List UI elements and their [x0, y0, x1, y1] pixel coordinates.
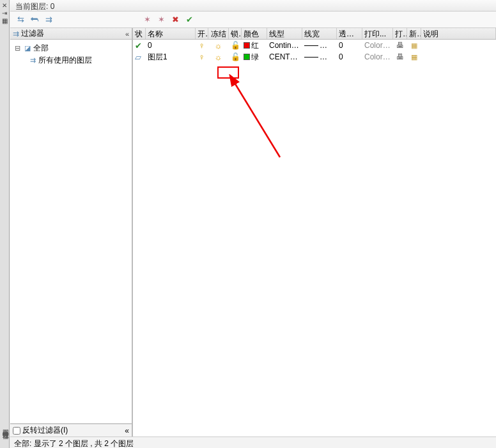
title-prefix: 当前图层: [15, 2, 50, 11]
dock-title: 图层特性管理器 [1, 424, 10, 429]
layers-panel: 状 名称 开. 冻结 锁. 颜色 线型 线宽 透明度 打印... 打. 新. 说… [133, 28, 496, 436]
layers-header-row: 状 名称 开. 冻结 锁. 颜色 线型 线宽 透明度 打印... 打. 新. 说… [133, 28, 496, 40]
sun-thaw-icon[interactable]: ☼ [215, 52, 222, 62]
toolbar-group-filter: ⇆ ⮪ ⇉ [15, 15, 54, 25]
layer-linetype-cell[interactable]: CENTE... [267, 52, 302, 62]
filter-header: ⇉ 过滤器 « [10, 28, 132, 40]
lightbulb-on-icon[interactable]: ♀ [199, 52, 205, 62]
toolbar: ⇆ ⮪ ⇉ ✶ ✶ ✖ ✔ [10, 12, 496, 28]
column-description[interactable]: 说明 [421, 28, 496, 39]
layer-lineweight-cell[interactable]: 默认 [302, 51, 337, 63]
invert-filter-text: 反转过滤器(I) [22, 425, 68, 436]
title-bar: 当前图层: 0 [10, 0, 496, 12]
filter-panel: ⇉ 过滤器 « ⊟ ◪ 全部 ⇉ 所有使用的图层 反转过滤 [10, 28, 133, 436]
tree-node-label: 所有使用的图层 [38, 55, 92, 66]
invert-filter-checkbox-label[interactable]: 反转过滤器(I) [13, 425, 68, 436]
new-vp-freeze-icon[interactable]: ▦ [411, 42, 417, 49]
filter-title: 过滤器 [21, 28, 44, 39]
column-state[interactable]: 状 [133, 28, 146, 39]
new-property-filter-icon[interactable]: ⮪ [29, 15, 40, 25]
layer-color-cell[interactable]: 红 [242, 40, 267, 52]
toolbar-group-layer: ✶ ✶ ✖ ✔ [142, 15, 194, 25]
layer-linetype-cell[interactable]: Continu... [267, 40, 302, 50]
column-name[interactable]: 名称 [146, 28, 196, 39]
layer-manager-panel: 当前图层: 0 ⇆ ⮪ ⇉ ✶ ✶ ✖ ✔ ⇉ 过滤器 « [10, 0, 496, 448]
filter-tree[interactable]: ⊟ ◪ 全部 ⇉ 所有使用的图层 [10, 40, 132, 424]
new-layer-vp-frozen-icon[interactable]: ✶ [156, 15, 166, 25]
layer-plotstyle-cell[interactable]: Color_3 [362, 52, 393, 62]
dock-close-icon[interactable]: ✕ [2, 2, 7, 10]
sun-thaw-icon[interactable]: ☼ [215, 41, 222, 50]
delete-layer-icon[interactable]: ✖ [170, 15, 180, 25]
tree-node-used[interactable]: ⇉ 所有使用的图层 [13, 54, 129, 66]
current-layer-check-icon: ✔ [135, 41, 142, 50]
column-transparency[interactable]: 透明度 [337, 28, 362, 39]
new-group-filter-icon[interactable]: ⇆ [15, 15, 26, 25]
column-color[interactable]: 颜色 [242, 28, 267, 39]
layer-description-cell[interactable] [421, 45, 496, 46]
layer-description-cell[interactable] [421, 56, 496, 58]
layer-plotstyle-cell[interactable]: Color_1 [362, 40, 393, 50]
main-area: ⇉ 过滤器 « ⊟ ◪ 全部 ⇉ 所有使用的图层 反转过滤 [10, 28, 496, 436]
lock-open-icon[interactable]: 🔓 [231, 52, 242, 61]
dock-edge: ✕ ⇥ ▦ 图层特性管理器 [0, 0, 10, 448]
tree-expand-icon[interactable]: ⊟ [13, 44, 22, 52]
layer-name-cell[interactable]: 0 [146, 40, 196, 50]
printer-icon[interactable]: 🖶 [396, 52, 404, 61]
filter-footer-collapse-icon[interactable]: « [125, 426, 129, 435]
column-lineweight[interactable]: 线宽 [302, 28, 337, 39]
lock-open-icon[interactable]: 🔓 [231, 41, 242, 50]
color-swatch [244, 54, 250, 60]
current-layer-name: 0 [50, 2, 55, 11]
layer-transparency-cell[interactable]: 0 [337, 52, 362, 62]
table-row[interactable]: ▱图层1♀☼🔓绿CENTE...默认0Color_3🖶▦ [133, 51, 496, 63]
set-current-icon[interactable]: ✔ [184, 15, 194, 25]
tree-node-label: 全部 [33, 43, 49, 54]
table-row[interactable]: ✔0♀☼🔓红Continu...默认0Color_1🖶▦ [133, 40, 496, 51]
dock-pin-icon[interactable]: ⇥ [2, 10, 7, 17]
new-vp-freeze-icon[interactable]: ▦ [411, 53, 417, 61]
printer-icon[interactable]: 🖶 [396, 41, 404, 50]
layer-lineweight-cell[interactable]: 默认 [302, 40, 337, 52]
layer-states-icon[interactable]: ⇉ [43, 15, 54, 25]
column-freeze[interactable]: 冻结 [208, 28, 229, 39]
new-layer-icon[interactable]: ✶ [142, 15, 152, 25]
column-plotstyle[interactable]: 打印... [362, 28, 393, 39]
column-on[interactable]: 开. [196, 28, 208, 39]
status-bar: 全部: 显示了 2 个图层 , 共 2 个图层 [10, 436, 496, 448]
color-swatch [244, 42, 250, 49]
column-linetype[interactable]: 线型 [267, 28, 302, 39]
column-plot[interactable]: 打. [393, 28, 407, 39]
layer-name-cell[interactable]: 图层1 [146, 51, 196, 63]
layers-icon: ⇉ [28, 56, 37, 65]
tree-node-all[interactable]: ⊟ ◪ 全部 [13, 42, 129, 54]
dock-menu-icon[interactable]: ▦ [2, 17, 8, 25]
layers-icon: ◪ [23, 44, 32, 52]
layer-transparency-cell[interactable]: 0 [337, 40, 362, 50]
filter-collapse-icon[interactable]: « [125, 30, 129, 38]
layers-rows[interactable]: ✔0♀☼🔓红Continu...默认0Color_1🖶▦▱图层1♀☼🔓绿CENT… [133, 40, 496, 436]
column-newvp[interactable]: 新. [407, 28, 421, 39]
invert-filter-checkbox[interactable] [13, 427, 20, 435]
lightbulb-on-icon[interactable]: ♀ [199, 41, 205, 50]
column-lock[interactable]: 锁. [229, 28, 242, 39]
filter-footer: 反转过滤器(I) « [10, 424, 132, 436]
filter-layers-icon: ⇉ [13, 29, 19, 38]
layer-state-icon: ▱ [135, 52, 141, 62]
layer-color-cell[interactable]: 绿 [242, 51, 267, 63]
